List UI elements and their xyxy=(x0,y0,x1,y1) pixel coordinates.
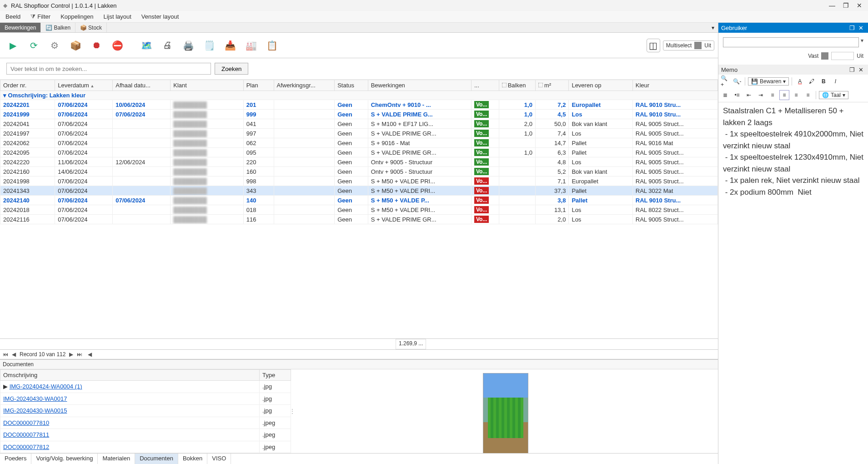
settings-button[interactable]: ⚙ xyxy=(45,36,64,55)
tabs-overflow[interactable]: ▾ xyxy=(708,23,718,32)
table-row[interactable]: 2024199807/06/2024████████998GeenS + M50… xyxy=(0,177,718,186)
memo-language-button[interactable]: 🌐 Taal ▾ xyxy=(819,91,848,99)
print-button[interactable]: 🖨️ xyxy=(179,36,197,55)
panel-dock-icon[interactable]: ❐ xyxy=(848,25,857,31)
user-input[interactable] xyxy=(723,37,859,47)
col-header[interactable]: m² xyxy=(535,80,569,91)
table-row[interactable]: 2024216014/06/2024████████160GeenOntv + … xyxy=(0,167,718,177)
group-header[interactable]: ▾ Omschrijving: Lakken kleur xyxy=(0,91,718,100)
nav-prev[interactable]: ◀ xyxy=(12,351,16,358)
col-type[interactable]: Type xyxy=(260,370,291,381)
highlight-icon[interactable]: 🖍 xyxy=(807,76,817,86)
multiselect-toggle[interactable]: Multiselect Uit xyxy=(663,40,714,50)
vast-toggle[interactable] xyxy=(821,52,828,60)
panel-close-icon[interactable]: ✕ xyxy=(857,25,865,31)
table-row[interactable]: 2024199707/06/2024████████997GeenS + VAL… xyxy=(0,129,718,138)
table-row[interactable]: 2024214007/06/202407/06/2024████████140G… xyxy=(0,196,718,205)
list-bullet-icon[interactable]: •≡ xyxy=(732,90,742,100)
menu-venster-layout[interactable]: Venster layout xyxy=(140,12,181,21)
italic-icon[interactable]: I xyxy=(830,76,840,86)
search-input[interactable] xyxy=(6,63,211,75)
close-button[interactable]: ✕ xyxy=(853,1,866,10)
bottom-tab[interactable]: VISO xyxy=(207,454,231,464)
document-row[interactable]: DOC0000077810.jpeg xyxy=(0,417,291,429)
nav-next[interactable]: ▶ xyxy=(69,351,73,358)
zoom-out-icon[interactable]: 🔍- xyxy=(732,76,742,86)
document-row[interactable]: ▶ IMG-20240424-WA0004 (1).jpg xyxy=(0,381,291,393)
menu-beeld[interactable]: Beeld xyxy=(4,12,22,21)
user-dropdown-icon[interactable]: ▾ xyxy=(861,37,863,47)
menu-lijst-layout[interactable]: Lijst layout xyxy=(101,12,133,21)
menu-koppelingen[interactable]: Koppelingen xyxy=(59,12,95,21)
outdent-icon[interactable]: ⇤ xyxy=(744,90,754,100)
factory-button[interactable]: 🏭 xyxy=(242,36,260,55)
font-color-icon[interactable]: A xyxy=(795,76,805,86)
bottom-tab[interactable]: Bokken xyxy=(178,454,207,464)
col-header[interactable]: Afhaal datu... xyxy=(113,80,171,91)
refresh-button[interactable]: ⟳ xyxy=(25,36,43,55)
table-row[interactable]: 2024206207/06/2024████████062GeenS + 901… xyxy=(0,138,718,148)
bottom-tab[interactable]: Materialen xyxy=(98,454,135,464)
table-row[interactable]: 2024134307/06/2024████████343GeenS + M50… xyxy=(0,186,718,196)
zoom-in-icon[interactable]: 🔍+ xyxy=(720,76,730,86)
col-header[interactable]: Kleur xyxy=(632,80,717,91)
align-justify-icon[interactable]: ≡ xyxy=(803,90,813,100)
table-row[interactable]: 2024211607/06/2024████████116GeenS + VAL… xyxy=(0,215,718,224)
orders-grid[interactable]: Order nr.LeverdatumAfhaal datu...KlantPl… xyxy=(0,80,718,338)
memo-save-button[interactable]: 💾 Bewaren ▾ xyxy=(748,77,789,86)
document-row[interactable]: IMG-20240430-WA0017.jpg xyxy=(0,393,291,405)
search-button[interactable]: Zoeken xyxy=(215,63,248,75)
tab-balken[interactable]: 🔄Balken xyxy=(41,23,75,32)
table-row[interactable]: 2024204107/06/2024████████041GeenS + M10… xyxy=(0,119,718,129)
memo-textarea[interactable]: Staalstralen C1 + Metalliseren 50 + lakk… xyxy=(718,102,868,464)
barcode-button[interactable]: 🖨 xyxy=(158,36,176,55)
bottom-tab[interactable]: Poeders xyxy=(0,454,31,464)
col-header[interactable]: Plan xyxy=(243,80,274,91)
col-omschrijving[interactable]: Omschrijving xyxy=(0,370,260,381)
nav-scroll-left[interactable]: ◀ xyxy=(88,351,92,358)
nav-first[interactable]: ⏮ xyxy=(3,351,8,358)
document-row[interactable]: DOC0000077811.jpeg xyxy=(0,429,291,441)
col-header[interactable]: Afwerkingsgr... xyxy=(274,80,335,91)
note-add-button[interactable]: 🗒️ xyxy=(200,36,218,55)
col-header[interactable]: Bewerkingen xyxy=(368,80,471,91)
align-center-icon[interactable]: ≡ xyxy=(779,90,789,100)
col-header[interactable]: Leverdatum xyxy=(55,80,113,91)
memo-close-icon[interactable]: ✕ xyxy=(857,66,865,73)
table-row[interactable]: 2024199907/06/202407/06/2024████████999G… xyxy=(0,110,718,119)
bottom-tab[interactable]: Vorig/Volg. bewerking xyxy=(31,454,98,464)
align-left-icon[interactable]: ≡ xyxy=(768,90,778,100)
scan-button[interactable]: 🗺️ xyxy=(137,36,156,55)
play-button[interactable]: ▶ xyxy=(4,36,22,55)
maximize-button[interactable]: ❐ xyxy=(839,1,853,10)
package-button[interactable]: 📦 xyxy=(66,36,85,55)
col-header[interactable]: Leveren op xyxy=(569,80,632,91)
memo-dock-icon[interactable]: ❐ xyxy=(848,66,857,73)
document-row[interactable]: DOC0000077812.jpeg xyxy=(0,441,291,453)
menu-filter[interactable]: ⧩Filter xyxy=(29,12,52,21)
col-header[interactable]: Status xyxy=(335,80,368,91)
align-right-icon[interactable]: ≡ xyxy=(791,90,801,100)
bold-icon[interactable]: B xyxy=(818,76,828,86)
col-header[interactable]: Order nr. xyxy=(0,80,55,91)
col-header[interactable]: Balken xyxy=(499,80,535,91)
table-row[interactable]: 2024222011/06/202412/06/2024████████220G… xyxy=(0,157,718,167)
tab-stock[interactable]: 📦Stock xyxy=(75,23,107,32)
minimize-button[interactable]: — xyxy=(825,1,839,10)
table-row[interactable]: 2024201807/06/2024████████018GeenS + M50… xyxy=(0,205,718,215)
col-header[interactable]: ... xyxy=(471,80,499,91)
documents-grid[interactable]: Omschrijving Type ▶ IMG-20240424-WA0004 … xyxy=(0,369,291,453)
table-row[interactable]: 2024220107/06/202410/06/2024████████201G… xyxy=(0,100,718,110)
list-number-icon[interactable]: ≣ xyxy=(720,90,730,100)
columns-button[interactable]: ◫ xyxy=(647,39,660,52)
clipboard-button[interactable]: 📋 xyxy=(263,36,281,55)
indent-icon[interactable]: ⇥ xyxy=(756,90,766,100)
record-button[interactable]: ⏺ xyxy=(87,36,105,55)
table-row[interactable]: 2024209507/06/2024████████095GeenS + VAL… xyxy=(0,148,718,157)
nav-last[interactable]: ⏭ xyxy=(77,351,82,358)
document-row[interactable]: IMG-20240430-WA0015.jpg xyxy=(0,405,291,417)
stop-button[interactable]: ⛔ xyxy=(108,36,126,55)
bottom-tab[interactable]: Documenten xyxy=(135,454,178,464)
tab-bewerkingen[interactable]: Bewerkingen xyxy=(0,23,41,32)
col-header[interactable]: Klant xyxy=(171,80,243,91)
